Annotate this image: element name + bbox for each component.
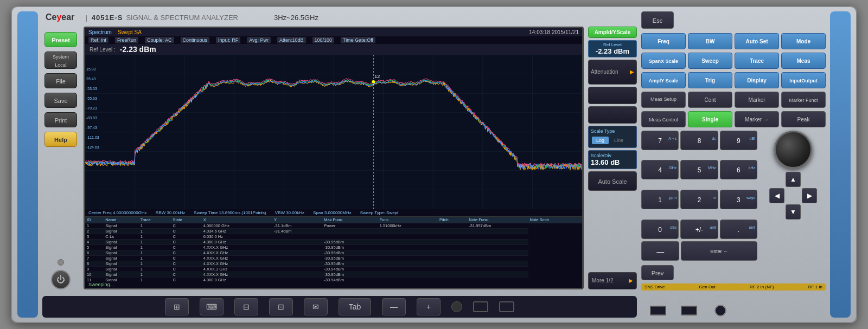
dash-btn[interactable]: — (641, 241, 679, 261)
nav-right-btn[interactable]: ▶ (802, 188, 817, 203)
table-row: 7Signal1C4.XXX.X GHz-30.95dBm (85, 256, 582, 261)
input-output-button[interactable]: InputOutput (781, 72, 826, 88)
single-button[interactable]: Single (688, 111, 732, 127)
peak-button[interactable]: Peak (781, 111, 826, 127)
esc-button[interactable]: Esc (641, 11, 674, 29)
input-info: Input: RF (216, 37, 240, 43)
enter-btn[interactable]: Enter ← (681, 241, 757, 261)
graph-area: Ref Level -2.23 dBm Log 13.6 dB/Div T1[W… (85, 55, 582, 209)
mode-button[interactable]: Mode (781, 33, 826, 49)
connector-bar: SNS Drive Gen Out RF 2 In (NF) RF 1 In (641, 283, 826, 291)
numpad-btn-2[interactable]: 2m (680, 190, 718, 209)
sweep-button[interactable]: Sweep (688, 53, 732, 69)
scale-toggle: Log Line (591, 136, 634, 145)
spanx-scale-button[interactable]: SpanX Scale (641, 53, 686, 69)
minus-btn[interactable]: — (382, 298, 406, 315)
numpad-btn-8[interactable]: 8dc (680, 131, 718, 150)
scale-log-btn[interactable]: Log (592, 137, 609, 144)
bw-button[interactable]: BW (688, 33, 732, 49)
windows-btn[interactable]: ⊞ (165, 298, 189, 315)
meas-control-button[interactable]: Meas Control (641, 111, 686, 127)
freq-button[interactable]: Freq (641, 33, 686, 49)
screen-btn[interactable]: ⊟ (234, 298, 258, 315)
attenuation-button[interactable]: Attenuation ▶ (588, 60, 637, 85)
trig-button[interactable]: Trig (688, 72, 732, 88)
meas-setup-button[interactable]: Meas Setup (641, 92, 686, 108)
rf2-in-label: RF 2 In (NF) (750, 285, 774, 289)
prev-button[interactable]: Prev (641, 265, 674, 280)
nav-down-btn[interactable]: ▼ (786, 204, 801, 220)
display-btn[interactable]: ⊡ (269, 298, 293, 315)
auto-scale-button[interactable]: Auto Scale (588, 171, 637, 191)
ref-level-box-value: -2.23 dBm (592, 47, 633, 55)
samples-info: 100/100 (312, 37, 335, 43)
table-row: 6Signal1C4.XXX.X GHz-30.95dBm (85, 250, 582, 256)
scale-type-panel: Scale Type Log Line (588, 126, 637, 148)
dot-btn[interactable]: .unit (720, 220, 757, 239)
port-2 (681, 306, 697, 315)
scale-line-btn[interactable]: Line (610, 137, 628, 144)
file-button[interactable]: File (44, 73, 77, 88)
power-button[interactable]: ⏻ (51, 270, 71, 289)
port-1 (650, 306, 666, 315)
rbw: RBW 30.00kHz (156, 210, 186, 215)
tab-btn[interactable]: Tab (339, 298, 371, 315)
save-button[interactable]: Save (44, 93, 77, 108)
ref-level-box-label: Ref Level (592, 42, 633, 47)
system-local-button[interactable]: System Local (44, 51, 77, 69)
numpad-btn-1[interactable]: 1ppm (641, 190, 679, 209)
screen-datetime: 14:03:18 2015/11/21 (529, 29, 579, 35)
auto-set-button[interactable]: Auto Set (735, 33, 779, 49)
numpad-btn-9[interactable]: 9dBf (720, 131, 757, 150)
sweep-status: Sweeping... (85, 281, 582, 288)
zero-btn[interactable]: 0dBs (641, 220, 679, 239)
cont-button[interactable]: Cont (688, 92, 732, 108)
col-y: Y (272, 217, 322, 223)
numpad-btn-3[interactable]: 3ways (720, 190, 757, 209)
usb-port-1 (473, 301, 488, 312)
numpad: 7A→s8dc9dBf4GHz5MHz6kHz1ppm2m3ways (641, 131, 757, 217)
plusminus-btn[interactable]: +/-unit (680, 220, 718, 239)
port-group-3: 34V DC Max +30dBm (709, 295, 731, 317)
rf1-in-label: RF 1 In (808, 285, 822, 289)
numpad-btn-7[interactable]: 7A→s (641, 131, 679, 150)
plus-btn[interactable]: + (417, 298, 441, 315)
max-10dbm: Max +10dBm (647, 301, 669, 305)
top-bar: Ceyear | 4051E-S SIGNAL & SPECTRUM ANALY… (42, 11, 637, 23)
nav-empty-3 (786, 188, 801, 203)
more-button[interactable]: More 1/2 ▶ (588, 272, 637, 289)
help-button[interactable]: Help (44, 132, 77, 147)
nav-left-btn[interactable]: ◀ (769, 188, 784, 203)
right-panel-lower: 7A→s8dc9dBf4GHz5MHz6kHz1ppm2m3ways 0dBs … (641, 131, 826, 261)
brand-logo: Ceyear (46, 12, 74, 22)
empty-btn-2[interactable] (588, 106, 637, 124)
main-knob[interactable] (774, 131, 812, 169)
mail-btn[interactable]: ✉ (304, 298, 328, 315)
amply-scale-button[interactable]: AmplY Scale (641, 72, 686, 88)
marker-button[interactable]: Marker (735, 92, 779, 108)
numpad-btn-6[interactable]: 6kHz (720, 160, 757, 179)
left-buttons-panel: Preset System Local File Save Print Help… (42, 27, 79, 289)
taskbar: ⊞ ⌨ ⊟ ⊡ ✉ Tab — + (42, 296, 637, 318)
scale-div-panel: Scale/Div 13.60 dB (588, 150, 637, 169)
ampld-yscale-button[interactable]: AmpId/YScale (588, 27, 637, 38)
table-row: 9Signal1C4.XXX.1 GHz-30.94dBm (85, 267, 582, 272)
freq-range: 3Hz~26.5GHz (274, 14, 318, 22)
empty-btn-1[interactable] (588, 87, 637, 104)
nav-up-btn[interactable]: ▲ (786, 172, 801, 187)
table-row: 4Signal1C4.000.0 GHz-30.95dBm (85, 240, 582, 245)
esc-area: Esc (641, 11, 826, 29)
meas-button[interactable]: Meas (781, 53, 826, 69)
numpad-btn-4[interactable]: 4GHz (641, 160, 679, 179)
keyboard-btn[interactable]: ⌨ (200, 298, 224, 315)
display-button[interactable]: Display (735, 72, 779, 88)
preset-button[interactable]: Preset (44, 32, 77, 47)
marker-right-button[interactable]: Marker → (735, 111, 779, 127)
marker-funct-button[interactable]: Marker Funct (781, 92, 826, 108)
nav-empty-5 (802, 204, 817, 220)
numpad-btn-5[interactable]: 5MHz (680, 160, 718, 179)
trace-button[interactable]: Trace (735, 53, 779, 69)
print-button[interactable]: Print (44, 112, 77, 127)
ref-level-label: Ref Level : (90, 47, 116, 53)
main-body: Ceyear | 4051E-S SIGNAL & SPECTRUM ANALY… (42, 11, 637, 318)
